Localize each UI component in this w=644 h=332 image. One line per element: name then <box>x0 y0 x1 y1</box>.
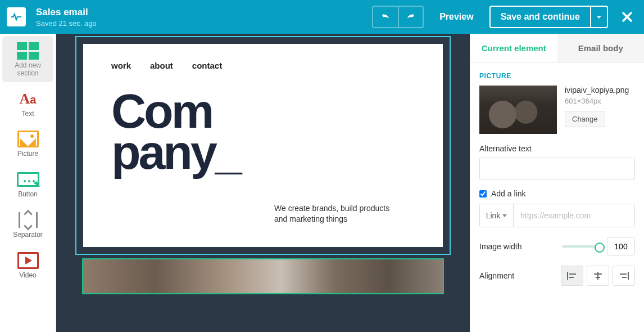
undo-button[interactable] <box>373 7 398 27</box>
sidebar-item-picture[interactable]: Picture <box>2 124 53 163</box>
hero-logo-text: Com pany_ <box>111 91 415 173</box>
sidebar-label: Text <box>21 110 34 118</box>
picture-thumbnail[interactable] <box>479 86 557 134</box>
sidebar-label: Button <box>18 191 38 199</box>
file-dimensions: 601×364px <box>565 97 635 105</box>
image-width-slider[interactable] <box>562 245 601 248</box>
image-width-label: Image width <box>479 242 521 251</box>
align-center-button[interactable] <box>587 266 609 286</box>
canvas[interactable]: work about contact Com pany_ We create b… <box>56 34 470 332</box>
chevron-down-icon <box>597 16 601 19</box>
tab-email-body[interactable]: Email body <box>557 34 645 62</box>
sidebar-label: Separator <box>13 231 43 239</box>
sidebar-item-section[interactable]: Add new section <box>2 36 53 82</box>
panel-tabs: Current element Email body <box>470 34 644 63</box>
nav-link-about[interactable]: about <box>150 61 173 70</box>
change-image-button[interactable]: Change <box>565 111 605 127</box>
sidebar-label: Picture <box>17 150 38 158</box>
separator-icon <box>19 212 38 228</box>
add-link-checkbox[interactable] <box>479 190 487 198</box>
sidebar-item-text[interactable]: Aa Text <box>2 84 53 123</box>
link-type-dropdown[interactable]: Link <box>480 204 514 227</box>
properties-panel: Current element Email body PICTURE ivipa… <box>470 34 644 332</box>
save-dropdown-button[interactable] <box>590 7 607 27</box>
alt-text-label: Alternative text <box>479 144 635 153</box>
button-icon <box>17 172 39 187</box>
align-left-icon <box>567 272 577 280</box>
video-icon <box>17 252 39 269</box>
close-button[interactable] <box>620 10 634 24</box>
sidebar-item-button[interactable]: Button <box>2 165 53 203</box>
sidebar-label: Video <box>19 272 36 280</box>
email-section-image[interactable] <box>83 259 443 293</box>
undo-redo-group <box>372 6 424 28</box>
app-header: Sales email Saved 21 sec. ago Preview Sa… <box>0 0 644 34</box>
align-right-button[interactable] <box>613 266 635 286</box>
sidebar-item-separator[interactable]: Separator <box>2 205 53 244</box>
close-icon <box>620 10 634 24</box>
picture-icon <box>17 131 39 147</box>
add-link-checkbox-row[interactable]: Add a link <box>479 189 635 198</box>
pulse-icon <box>11 11 22 23</box>
save-status: Saved 21 sec. ago <box>36 19 372 28</box>
preview-button[interactable]: Preview <box>429 6 483 28</box>
sidebar-label: Add new section <box>6 62 50 78</box>
text-icon: Aa <box>20 92 37 106</box>
hero-tagline: We create brands, build products and mar… <box>274 203 398 225</box>
undo-icon <box>380 12 391 22</box>
image-width-input[interactable] <box>607 237 635 255</box>
hero-nav: work about contact <box>111 61 415 70</box>
document-title: Sales email <box>36 7 372 18</box>
link-url-input[interactable] <box>514 204 634 227</box>
add-link-label: Add a link <box>491 189 525 198</box>
email-section-hero[interactable]: work about contact Com pany_ We create b… <box>83 44 443 247</box>
align-left-button[interactable] <box>561 266 583 286</box>
tab-current-element[interactable]: Current element <box>470 34 557 62</box>
redo-button[interactable] <box>398 7 423 27</box>
align-center-icon <box>593 272 603 280</box>
redo-icon <box>406 12 416 22</box>
chevron-down-icon <box>502 214 507 217</box>
nav-link-contact[interactable]: contact <box>192 61 222 70</box>
alt-text-input[interactable] <box>479 158 635 180</box>
alignment-label: Alignment <box>479 271 514 280</box>
save-button[interactable]: Save and continue <box>491 7 590 27</box>
nav-link-work[interactable]: work <box>111 61 131 70</box>
save-button-group: Save and continue <box>489 6 608 28</box>
grid-icon <box>17 42 39 60</box>
sidebar-item-video[interactable]: Video <box>2 246 53 284</box>
file-name: ivipaiv_kopiya.png <box>565 86 635 95</box>
app-logo[interactable] <box>7 7 26 26</box>
align-right-icon <box>619 272 629 280</box>
title-block: Sales email Saved 21 sec. ago <box>36 7 372 28</box>
alignment-group <box>561 266 635 286</box>
panel-section-heading: PICTURE <box>479 72 635 80</box>
tool-sidebar: Add new section Aa Text Picture Button S… <box>0 34 56 332</box>
